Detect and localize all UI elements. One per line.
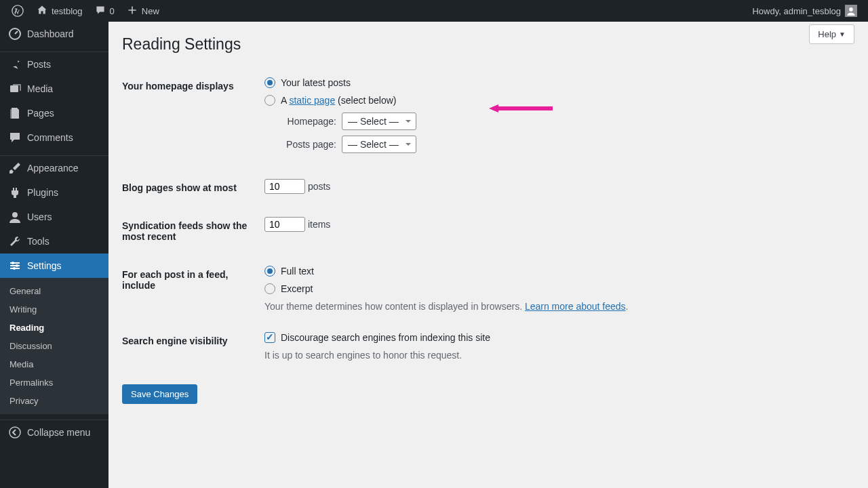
- svg-point-8: [13, 267, 16, 270]
- menu-label: Users: [27, 211, 52, 222]
- menu-pages[interactable]: Pages: [0, 101, 108, 125]
- syndication-input[interactable]: [264, 217, 305, 232]
- posts-page-select[interactable]: — Select —: [342, 136, 416, 153]
- submenu-media[interactable]: Media: [0, 355, 108, 373]
- admin-topbar: testblog 0 New Howdy, admin_tesblog: [0, 0, 868, 22]
- howdy-text: Howdy, admin_tesblog: [752, 6, 841, 16]
- comment-icon: [95, 5, 106, 18]
- menu-label: Comments: [27, 132, 73, 143]
- menu-label: Appearance: [27, 163, 79, 174]
- search-visibility-label: Search engine visibility: [122, 322, 258, 371]
- radio-latest-posts[interactable]: [264, 77, 275, 88]
- menu-plugins[interactable]: Plugins: [0, 180, 108, 205]
- radio-excerpt[interactable]: [264, 283, 275, 294]
- radio-full-text-label: Full text: [281, 266, 314, 277]
- submenu-discussion[interactable]: Discussion: [0, 337, 108, 355]
- homepage-displays-label: Your homepage displays: [122, 67, 258, 169]
- page-title: Reading Settings: [122, 35, 854, 54]
- menu-settings[interactable]: Settings: [0, 253, 108, 278]
- site-name-text: testblog: [52, 6, 83, 16]
- wordpress-icon: [11, 4, 24, 18]
- feed-description: Your theme determines how content is dis…: [264, 301, 848, 312]
- wrench-icon: [8, 235, 22, 248]
- menu-media[interactable]: Media: [0, 77, 108, 101]
- radio-full-text[interactable]: [264, 266, 275, 277]
- svg-point-6: [12, 262, 14, 264]
- home-icon: [37, 5, 47, 18]
- menu-label: Dashboard: [27, 28, 74, 39]
- brush-icon: [8, 161, 22, 175]
- media-icon: [8, 82, 22, 96]
- account-link[interactable]: Howdy, admin_tesblog: [747, 0, 863, 22]
- menu-appearance[interactable]: Appearance: [0, 156, 108, 180]
- new-label: New: [142, 6, 159, 16]
- chevron-down-icon: ▼: [839, 30, 846, 38]
- radio-excerpt-label: Excerpt: [281, 283, 313, 294]
- menu-posts[interactable]: Posts: [0, 52, 108, 77]
- submenu-general[interactable]: General: [0, 282, 108, 300]
- wp-logo-menu[interactable]: [5, 0, 30, 22]
- menu-label: Collapse menu: [27, 427, 90, 438]
- topbar-left: testblog 0 New: [5, 0, 165, 22]
- search-visibility-desc: It is up to search engines to honor this…: [264, 350, 848, 361]
- blog-pages-label: Blog pages show at most: [122, 169, 258, 207]
- dashboard-icon: [8, 27, 22, 41]
- menu-comments[interactable]: Comments: [0, 125, 108, 150]
- svg-rect-3: [10, 85, 18, 92]
- plus-icon: [127, 5, 138, 18]
- homepage-select[interactable]: — Select —: [342, 113, 416, 130]
- menu-label: Settings: [27, 260, 62, 271]
- svg-point-5: [12, 212, 18, 218]
- pin-icon: [8, 58, 22, 71]
- settings-form: Your homepage displays Your latest posts…: [122, 67, 854, 371]
- search-visibility-checkbox-label: Discourage search engines from indexing …: [281, 332, 490, 343]
- plug-icon: [8, 186, 22, 199]
- content-area: Help ▼ Reading Settings Your homepage di…: [108, 22, 868, 488]
- site-name-link[interactable]: testblog: [31, 0, 88, 22]
- sliders-icon: [8, 259, 22, 272]
- submenu-writing[interactable]: Writing: [0, 300, 108, 319]
- settings-submenu: General Writing Reading Discussion Media…: [0, 278, 108, 414]
- radio-latest-posts-label: Your latest posts: [281, 77, 351, 88]
- topbar-right: Howdy, admin_tesblog: [747, 0, 863, 22]
- syndication-label: Syndication feeds show the most recent: [122, 207, 258, 256]
- avatar-icon: [845, 5, 857, 17]
- comments-count: 0: [110, 6, 115, 16]
- submenu-permalinks[interactable]: Permalinks: [0, 373, 108, 392]
- feed-include-label: For each post in a feed, include: [122, 256, 258, 322]
- submenu-reading[interactable]: Reading: [0, 319, 108, 337]
- learn-feeds-link[interactable]: Learn more about feeds: [525, 301, 626, 312]
- admin-sidebar: Dashboard Posts Media Pages Comments App…: [0, 22, 108, 488]
- help-label: Help: [818, 29, 836, 39]
- blog-pages-suffix: posts: [308, 181, 330, 192]
- radio-static-page[interactable]: [264, 95, 275, 106]
- search-visibility-checkbox[interactable]: [264, 332, 275, 343]
- posts-page-select-label: Posts page:: [281, 139, 336, 150]
- help-tab[interactable]: Help ▼: [809, 24, 854, 44]
- svg-point-9: [9, 427, 20, 438]
- static-page-link[interactable]: static page: [289, 95, 335, 106]
- syndication-suffix: items: [308, 219, 330, 230]
- menu-label: Pages: [27, 108, 54, 119]
- menu-label: Posts: [27, 59, 51, 70]
- user-icon: [8, 210, 22, 224]
- submenu-privacy[interactable]: Privacy: [0, 392, 108, 410]
- homepage-select-label: Homepage:: [281, 116, 336, 127]
- comments-link[interactable]: 0: [90, 0, 120, 22]
- menu-label: Tools: [27, 236, 50, 247]
- page-icon: [8, 106, 22, 120]
- menu-label: Media: [27, 83, 53, 94]
- comment-icon: [8, 131, 22, 144]
- annotation-arrow: [485, 104, 553, 113]
- new-content-link[interactable]: New: [121, 0, 165, 22]
- collapse-menu[interactable]: Collapse menu: [0, 420, 108, 445]
- radio-static-page-label: A static page (select below): [281, 95, 396, 106]
- save-button[interactable]: Save Changes: [122, 384, 197, 404]
- svg-point-7: [16, 264, 18, 267]
- collapse-icon: [8, 426, 22, 439]
- blog-pages-input[interactable]: [264, 179, 305, 194]
- menu-users[interactable]: Users: [0, 205, 108, 229]
- menu-dashboard[interactable]: Dashboard: [0, 22, 108, 46]
- menu-tools[interactable]: Tools: [0, 229, 108, 253]
- menu-label: Plugins: [27, 187, 58, 198]
